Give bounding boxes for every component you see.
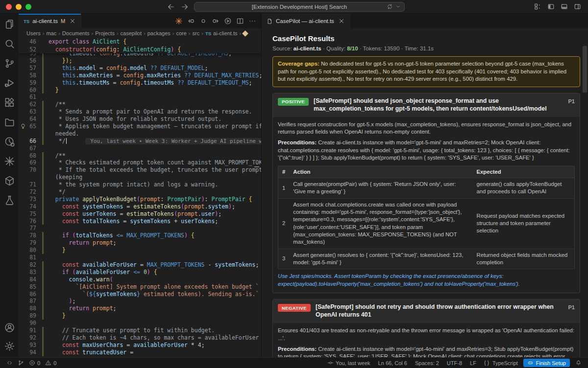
- code-line: 60 }: [19, 87, 261, 94]
- line-number: 68: [19, 152, 42, 160]
- status-bar: 00 You, last weekLn 66, Col 6Spaces: 2UT…: [0, 357, 588, 368]
- lightbulb-icon[interactable]: [20, 123, 26, 129]
- status-eol[interactable]: LF: [467, 360, 479, 366]
- breadcrumb-item[interactable]: Documents: [62, 30, 90, 36]
- breadcrumb-file[interactable]: TSai-client.ts: [205, 30, 238, 36]
- status-encoding-label: UTF-8: [447, 360, 462, 366]
- status-warnings[interactable]: 0: [43, 360, 59, 366]
- toggle-primary-sidebar-button[interactable]: [547, 3, 555, 10]
- line-number: 76: [19, 218, 42, 225]
- line-number: 65: [19, 123, 42, 130]
- panel-tabs: CasePilot — ai-client.ts: [262, 14, 588, 28]
- nav-back-button[interactable]: [187, 17, 195, 25]
- tab-ai-client[interactable]: TS ai-client.ts M: [19, 14, 81, 28]
- activity-remote-folder[interactable]: [3, 115, 16, 128]
- breadcrumb-item[interactable]: casepilot: [121, 30, 142, 36]
- activity-extensions[interactable]: [3, 96, 16, 109]
- activity-container[interactable]: [3, 174, 16, 187]
- close-icon[interactable]: [69, 18, 76, 24]
- panel-scrollbar[interactable]: [583, 46, 587, 92]
- close-window-button[interactable]: [6, 4, 12, 10]
- nav-origin-button[interactable]: [199, 17, 207, 25]
- test-case-title: [SafePrompt] should send json_object res…: [314, 97, 564, 113]
- run-file-button[interactable]: [224, 17, 232, 25]
- beaker-icon: [4, 195, 15, 206]
- priority-badge: P1: [568, 304, 575, 310]
- activity-source-control[interactable]: [3, 57, 16, 69]
- activity-search[interactable]: [3, 37, 16, 50]
- status-language-mode[interactable]: { }TypeScript: [482, 360, 520, 366]
- code-line: needed.: [19, 130, 261, 138]
- line-number: 88: [19, 305, 42, 312]
- status-blame[interactable]: You, last week: [325, 360, 373, 366]
- command-center-search[interactable]: [Extension Development Host] Search: [194, 2, 405, 12]
- line-number: 74: [19, 203, 42, 210]
- layout-icon: [534, 3, 541, 10]
- warning-icon: [45, 360, 51, 366]
- breadcrumb-separator: ›: [240, 30, 242, 36]
- customize-layout-button[interactable]: [534, 3, 541, 10]
- zoom-window-button[interactable]: [25, 4, 31, 10]
- code-line: 94 const truncatedUser =: [19, 349, 261, 356]
- breadcrumb-item[interactable]: core: [176, 30, 186, 36]
- step-action: Call generate(promptPair) with { system:…: [289, 178, 472, 198]
- line-number: 85: [19, 283, 42, 291]
- preconditions-text: Create ai-client.ts instance with model=…: [278, 139, 570, 161]
- code-text: [44, 225, 49, 232]
- code-text: }: [44, 87, 59, 94]
- code-editor[interactable]: 46export class AiClient {52 constructor(…: [19, 38, 261, 357]
- steps-header-row: #ActionExpected: [278, 166, 575, 178]
- steps-table: #ActionExpected1Call generate(promptPair…: [278, 166, 575, 270]
- activity-explorer[interactable]: [3, 18, 16, 30]
- activity-sparkle[interactable]: [3, 155, 16, 167]
- history-forward-button[interactable]: [180, 2, 189, 11]
- activity-run-and-debug[interactable]: [3, 76, 16, 89]
- status-source-control-graph[interactable]: [15, 360, 26, 366]
- code-text: this.model = config.model ?? DEFAULT_MOD…: [44, 65, 208, 72]
- notifications-bell[interactable]: [573, 360, 584, 366]
- finish-setup-button[interactable]: Finish Setup: [523, 359, 570, 367]
- status-cursor-position[interactable]: Ln 66, Col 6: [376, 360, 410, 366]
- history-back-button[interactable]: [167, 2, 175, 11]
- more-actions-button[interactable]: [248, 17, 256, 25]
- code-text: }: [44, 312, 66, 320]
- tab-casepilot[interactable]: CasePilot — ai-client.ts: [262, 14, 350, 28]
- breadcrumb-item[interactable]: Users: [26, 30, 41, 36]
- gear-icon: [4, 341, 15, 352]
- typescript-file-icon: TS: [205, 31, 211, 36]
- code-line: 88 return prompt;: [19, 305, 261, 312]
- toggle-secondary-sidebar-button[interactable]: [574, 3, 581, 10]
- code-line: 68 /**: [19, 152, 261, 160]
- activity-settings[interactable]: [3, 340, 16, 352]
- activity-timeline[interactable]: [3, 135, 16, 148]
- activity-accounts[interactable]: [3, 321, 16, 334]
- breadcrumb-item[interactable]: packages: [147, 30, 171, 36]
- preconditions-label: Preconditions:: [278, 346, 318, 352]
- nav-forward-button[interactable]: [212, 17, 220, 25]
- code-text: /**: [44, 152, 66, 160]
- toggle-panel-button[interactable]: [561, 3, 568, 10]
- status-indentation[interactable]: Spaces: 2: [413, 360, 441, 366]
- code-line: 65 * Applies token budget management — t…: [19, 123, 261, 130]
- cube-icon: [4, 175, 15, 186]
- status-encoding[interactable]: UTF-8: [444, 360, 465, 366]
- code-text: [44, 93, 49, 101]
- coverage-gaps-box: Coverage gaps: No dedicated test for gpt…: [272, 56, 580, 87]
- minimize-window-button[interactable]: [16, 4, 22, 10]
- status-remote[interactable]: [4, 360, 15, 366]
- split-editor-button[interactable]: [236, 17, 244, 25]
- step-row: 2Assert mock chat.completions.create was…: [278, 198, 575, 249]
- line-number: 79: [19, 239, 42, 247]
- extension-sparkle-button[interactable]: [175, 17, 183, 25]
- breadcrumb-item[interactable]: mac: [46, 30, 56, 36]
- code-line: 70 * If the total exceeds the budget, tr…: [19, 166, 261, 174]
- close-icon[interactable]: [338, 18, 345, 24]
- coverage-gaps-label: Coverage gaps:: [278, 61, 319, 67]
- activity-testing[interactable]: [3, 194, 16, 207]
- code-text: * Checks estimated prompt token count ag…: [44, 159, 261, 166]
- breadcrumb-item[interactable]: src: [193, 30, 200, 36]
- file-icon: [267, 18, 273, 24]
- breadcrumb-item[interactable]: Projects: [95, 30, 115, 36]
- status-errors[interactable]: 0: [26, 360, 43, 366]
- code-line: 57 this.model = config.model ?? DEFAULT_…: [19, 65, 261, 72]
